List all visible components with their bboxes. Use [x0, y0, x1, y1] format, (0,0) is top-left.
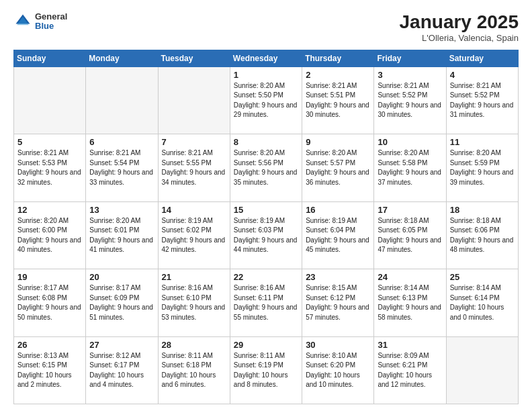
- calendar-cell: 9Sunrise: 8:20 AM Sunset: 5:57 PM Daylig…: [302, 134, 374, 201]
- header: General Blue January 2025 L'Olleria, Val…: [13, 12, 519, 43]
- day-number: 12: [17, 205, 82, 215]
- day-number: 22: [234, 272, 298, 282]
- calendar-cell: 21Sunrise: 8:16 AM Sunset: 6:10 PM Dayli…: [158, 269, 230, 336]
- day-info: Sunrise: 8:20 AM Sunset: 6:00 PM Dayligh…: [17, 216, 82, 255]
- day-number: 26: [17, 340, 82, 350]
- day-info: Sunrise: 8:20 AM Sunset: 5:50 PM Dayligh…: [234, 81, 298, 120]
- day-info: Sunrise: 8:19 AM Sunset: 6:02 PM Dayligh…: [162, 216, 226, 255]
- calendar-body: 1Sunrise: 8:20 AM Sunset: 5:50 PM Daylig…: [14, 66, 519, 404]
- day-info: Sunrise: 8:10 AM Sunset: 6:20 PM Dayligh…: [306, 351, 370, 390]
- day-info: Sunrise: 8:12 AM Sunset: 6:17 PM Dayligh…: [89, 351, 154, 390]
- day-info: Sunrise: 8:14 AM Sunset: 6:14 PM Dayligh…: [450, 283, 515, 322]
- day-number: 15: [234, 205, 298, 215]
- title-block: January 2025 L'Olleria, Valencia, Spain: [400, 12, 519, 43]
- day-number: 19: [17, 272, 82, 282]
- calendar-cell: 5Sunrise: 8:21 AM Sunset: 5:53 PM Daylig…: [14, 134, 86, 201]
- day-number: 31: [378, 340, 442, 350]
- day-number: 24: [378, 272, 442, 282]
- calendar-cell: 15Sunrise: 8:19 AM Sunset: 6:03 PM Dayli…: [230, 201, 302, 269]
- col-saturday: Saturday: [446, 50, 518, 66]
- day-info: Sunrise: 8:17 AM Sunset: 6:08 PM Dayligh…: [17, 283, 82, 322]
- day-number: 17: [378, 205, 442, 215]
- day-info: Sunrise: 8:21 AM Sunset: 5:53 PM Dayligh…: [17, 148, 82, 187]
- calendar-cell: 17Sunrise: 8:18 AM Sunset: 6:05 PM Dayli…: [374, 201, 446, 269]
- calendar-week-row: 19Sunrise: 8:17 AM Sunset: 6:08 PM Dayli…: [14, 269, 519, 336]
- col-sunday: Sunday: [14, 50, 86, 66]
- calendar-cell: 26Sunrise: 8:13 AM Sunset: 6:15 PM Dayli…: [14, 336, 86, 404]
- calendar-cell: 28Sunrise: 8:11 AM Sunset: 6:18 PM Dayli…: [158, 336, 230, 404]
- calendar-cell: 30Sunrise: 8:10 AM Sunset: 6:20 PM Dayli…: [302, 336, 374, 404]
- day-number: 16: [306, 205, 370, 215]
- calendar-cell: 29Sunrise: 8:11 AM Sunset: 6:19 PM Dayli…: [230, 336, 302, 404]
- calendar-cell: 22Sunrise: 8:16 AM Sunset: 6:11 PM Dayli…: [230, 269, 302, 336]
- calendar-week-row: 12Sunrise: 8:20 AM Sunset: 6:00 PM Dayli…: [14, 201, 519, 269]
- calendar-cell: 13Sunrise: 8:20 AM Sunset: 6:01 PM Dayli…: [86, 201, 158, 269]
- day-info: Sunrise: 8:21 AM Sunset: 5:52 PM Dayligh…: [450, 81, 515, 120]
- calendar-cell: 7Sunrise: 8:21 AM Sunset: 5:55 PM Daylig…: [158, 134, 230, 201]
- calendar-header-row: Sunday Monday Tuesday Wednesday Thursday…: [14, 50, 519, 66]
- day-number: 18: [450, 205, 515, 215]
- day-info: Sunrise: 8:20 AM Sunset: 6:01 PM Dayligh…: [89, 216, 154, 255]
- calendar-cell: 6Sunrise: 8:21 AM Sunset: 5:54 PM Daylig…: [86, 134, 158, 201]
- day-info: Sunrise: 8:21 AM Sunset: 5:54 PM Dayligh…: [89, 148, 154, 187]
- logo: General Blue: [13, 12, 67, 32]
- day-info: Sunrise: 8:11 AM Sunset: 6:18 PM Dayligh…: [162, 351, 226, 390]
- col-monday: Monday: [86, 50, 158, 66]
- day-info: Sunrise: 8:09 AM Sunset: 6:21 PM Dayligh…: [378, 351, 442, 390]
- col-thursday: Thursday: [302, 50, 374, 66]
- calendar-week-row: 1Sunrise: 8:20 AM Sunset: 5:50 PM Daylig…: [14, 66, 519, 134]
- day-info: Sunrise: 8:21 AM Sunset: 5:51 PM Dayligh…: [306, 81, 370, 120]
- calendar-cell: 20Sunrise: 8:17 AM Sunset: 6:09 PM Dayli…: [86, 269, 158, 336]
- day-info: Sunrise: 8:21 AM Sunset: 5:55 PM Dayligh…: [162, 148, 226, 187]
- day-number: 2: [306, 70, 370, 80]
- day-info: Sunrise: 8:20 AM Sunset: 5:59 PM Dayligh…: [450, 148, 515, 187]
- calendar-cell: [86, 66, 158, 134]
- day-number: 28: [162, 340, 226, 350]
- day-info: Sunrise: 8:16 AM Sunset: 6:11 PM Dayligh…: [234, 283, 298, 322]
- day-info: Sunrise: 8:14 AM Sunset: 6:13 PM Dayligh…: [378, 283, 442, 322]
- calendar-title: January 2025: [400, 12, 519, 33]
- day-info: Sunrise: 8:19 AM Sunset: 6:03 PM Dayligh…: [234, 216, 298, 255]
- col-wednesday: Wednesday: [230, 50, 302, 66]
- day-number: 21: [162, 272, 226, 282]
- logo-icon: [13, 12, 32, 31]
- calendar-cell: [158, 66, 230, 134]
- day-info: Sunrise: 8:18 AM Sunset: 6:05 PM Dayligh…: [378, 216, 442, 255]
- page: General Blue January 2025 L'Olleria, Val…: [0, 0, 532, 411]
- calendar-cell: 1Sunrise: 8:20 AM Sunset: 5:50 PM Daylig…: [230, 66, 302, 134]
- day-number: 10: [378, 137, 442, 147]
- calendar-cell: 31Sunrise: 8:09 AM Sunset: 6:21 PM Dayli…: [374, 336, 446, 404]
- day-info: Sunrise: 8:15 AM Sunset: 6:12 PM Dayligh…: [306, 283, 370, 322]
- day-number: 11: [450, 137, 515, 147]
- calendar-cell: [446, 336, 518, 404]
- calendar-cell: [14, 66, 86, 134]
- day-number: 30: [306, 340, 370, 350]
- day-number: 27: [89, 340, 154, 350]
- calendar-cell: 16Sunrise: 8:19 AM Sunset: 6:04 PM Dayli…: [302, 201, 374, 269]
- calendar-cell: 2Sunrise: 8:21 AM Sunset: 5:51 PM Daylig…: [302, 66, 374, 134]
- day-number: 5: [17, 137, 82, 147]
- col-tuesday: Tuesday: [158, 50, 230, 66]
- day-number: 23: [306, 272, 370, 282]
- calendar-cell: 14Sunrise: 8:19 AM Sunset: 6:02 PM Dayli…: [158, 201, 230, 269]
- calendar-week-row: 5Sunrise: 8:21 AM Sunset: 5:53 PM Daylig…: [14, 134, 519, 201]
- logo-text: General Blue: [35, 12, 67, 32]
- day-info: Sunrise: 8:11 AM Sunset: 6:19 PM Dayligh…: [234, 351, 298, 390]
- calendar-cell: 19Sunrise: 8:17 AM Sunset: 6:08 PM Dayli…: [14, 269, 86, 336]
- day-info: Sunrise: 8:19 AM Sunset: 6:04 PM Dayligh…: [306, 216, 370, 255]
- calendar-subtitle: L'Olleria, Valencia, Spain: [400, 33, 519, 43]
- calendar-cell: 12Sunrise: 8:20 AM Sunset: 6:00 PM Dayli…: [14, 201, 86, 269]
- day-number: 20: [89, 272, 154, 282]
- day-info: Sunrise: 8:20 AM Sunset: 5:57 PM Dayligh…: [306, 148, 370, 187]
- day-number: 9: [306, 137, 370, 147]
- day-number: 13: [89, 205, 154, 215]
- calendar-table: Sunday Monday Tuesday Wednesday Thursday…: [13, 50, 519, 404]
- calendar-cell: 27Sunrise: 8:12 AM Sunset: 6:17 PM Dayli…: [86, 336, 158, 404]
- day-info: Sunrise: 8:20 AM Sunset: 5:58 PM Dayligh…: [378, 148, 442, 187]
- day-info: Sunrise: 8:21 AM Sunset: 5:52 PM Dayligh…: [378, 81, 442, 120]
- calendar-cell: 11Sunrise: 8:20 AM Sunset: 5:59 PM Dayli…: [446, 134, 518, 201]
- day-info: Sunrise: 8:18 AM Sunset: 6:06 PM Dayligh…: [450, 216, 515, 255]
- day-number: 25: [450, 272, 515, 282]
- logo-general-text: General: [35, 12, 67, 21]
- day-number: 29: [234, 340, 298, 350]
